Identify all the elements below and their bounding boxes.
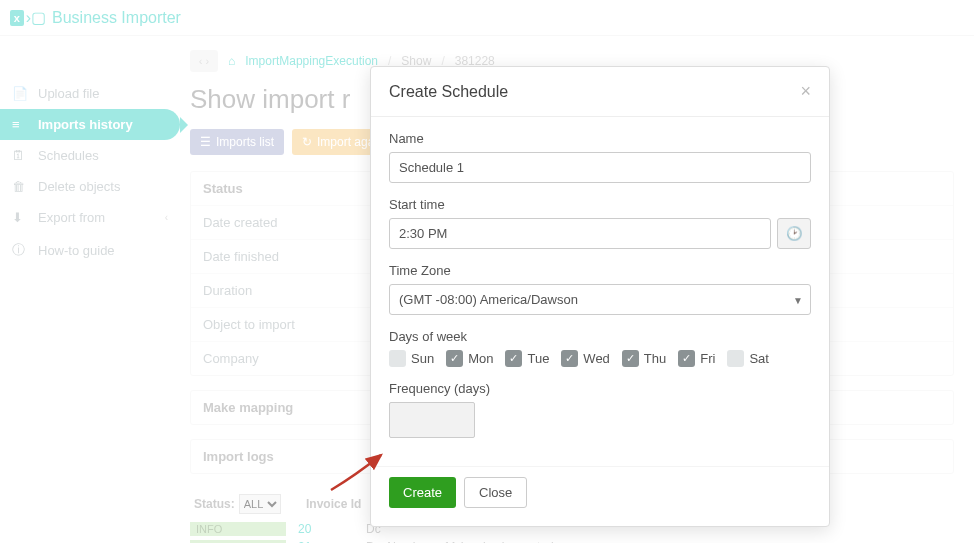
- checkbox-icon: ✓: [678, 350, 695, 367]
- day-checkbox-fri[interactable]: ✓Fri: [678, 350, 715, 367]
- day-label: Tue: [527, 351, 549, 366]
- day-checkbox-wed[interactable]: ✓Wed: [561, 350, 610, 367]
- day-label: Sun: [411, 351, 434, 366]
- day-label: Sat: [749, 351, 769, 366]
- name-label: Name: [389, 131, 811, 146]
- checkbox-icon: ✓: [622, 350, 639, 367]
- start-time-input[interactable]: [389, 218, 771, 249]
- checkbox-icon: [727, 350, 744, 367]
- checkbox-icon: ✓: [505, 350, 522, 367]
- day-label: Wed: [583, 351, 610, 366]
- close-icon[interactable]: ×: [800, 81, 811, 102]
- timezone-label: Time Zone: [389, 263, 811, 278]
- day-label: Mon: [468, 351, 493, 366]
- modal-title: Create Schedule: [389, 83, 508, 101]
- create-button[interactable]: Create: [389, 477, 456, 508]
- day-checkbox-sat[interactable]: Sat: [727, 350, 769, 367]
- day-checkbox-thu[interactable]: ✓Thu: [622, 350, 666, 367]
- name-input[interactable]: [389, 152, 811, 183]
- checkbox-icon: ✓: [561, 350, 578, 367]
- day-checkbox-tue[interactable]: ✓Tue: [505, 350, 549, 367]
- create-schedule-modal: Create Schedule × Name Start time 🕑 Time…: [370, 66, 830, 527]
- frequency-label: Frequency (days): [389, 381, 811, 396]
- day-label: Thu: [644, 351, 666, 366]
- checkbox-icon: [389, 350, 406, 367]
- day-checkbox-mon[interactable]: ✓Mon: [446, 350, 493, 367]
- close-button[interactable]: Close: [464, 477, 527, 508]
- clock-button[interactable]: 🕑: [777, 218, 811, 249]
- days-label: Days of week: [389, 329, 811, 344]
- start-time-label: Start time: [389, 197, 811, 212]
- day-label: Fri: [700, 351, 715, 366]
- checkbox-icon: ✓: [446, 350, 463, 367]
- timezone-select[interactable]: (GMT -08:00) America/Dawson: [389, 284, 811, 315]
- clock-icon: 🕑: [786, 226, 803, 241]
- frequency-input[interactable]: [389, 402, 475, 438]
- day-checkbox-sun[interactable]: Sun: [389, 350, 434, 367]
